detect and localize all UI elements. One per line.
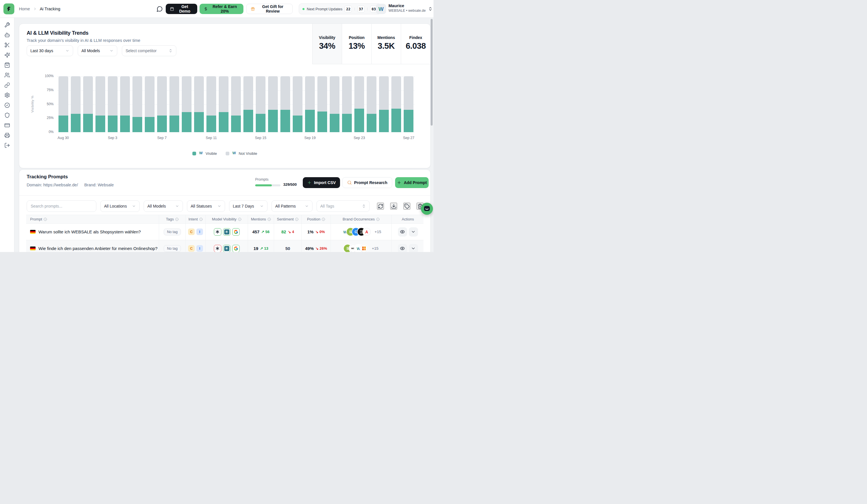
info-icon — [199, 217, 203, 221]
competitor-select[interactable]: Select competitor — [122, 45, 176, 56]
gift-icon — [251, 7, 255, 11]
google-model-chip[interactable] — [232, 245, 240, 252]
sidebar-item-log-out[interactable] — [4, 142, 10, 148]
sentiment-cell: 82↘︎ 4 — [274, 224, 301, 240]
intercom-launcher[interactable] — [421, 203, 433, 215]
view-button[interactable] — [398, 244, 407, 252]
prompt-cell[interactable]: Wie finde ich den passenden Anbieter für… — [26, 240, 159, 252]
bar-visible-segment — [157, 116, 167, 132]
filter-all-patterns[interactable]: All Patterns — [271, 200, 312, 212]
sidebar-item-bot[interactable] — [4, 32, 10, 38]
tag-button[interactable] — [403, 203, 410, 210]
tag-chip[interactable]: No tag — [164, 228, 181, 235]
column-header-actions: Actions — [392, 215, 424, 223]
chart-bar-slot — [119, 76, 131, 132]
sidebar-item-scissors[interactable] — [4, 42, 10, 48]
prompts-card-subtitle: Domain: https://websale.de/ Brand: Websa… — [27, 183, 114, 187]
info-icon — [376, 217, 379, 221]
sentiment-delta: ↘︎ 4 — [288, 230, 294, 234]
perplexity-model-chip[interactable] — [223, 245, 231, 252]
bar-not-visible-segment — [244, 76, 253, 110]
filter-all-models[interactable]: All Models — [144, 200, 183, 212]
sidebar-item-sparkles[interactable] — [4, 52, 10, 58]
view-button[interactable] — [398, 227, 407, 237]
sidebar-item-shield[interactable] — [4, 112, 10, 118]
bar-visible-segment — [83, 114, 93, 132]
bar-visible-segment — [280, 110, 290, 132]
breadcrumb-home[interactable]: Home — [19, 7, 30, 11]
sidebar-item-badge-check[interactable] — [4, 103, 10, 108]
openai-icon — [215, 246, 220, 250]
y-tick-label: 50% — [39, 102, 54, 106]
intent-badge-i: I — [196, 228, 203, 235]
bar-visible-segment — [231, 116, 241, 132]
chart-bar-slot — [230, 76, 242, 132]
chevron-down-icon — [305, 204, 309, 208]
refer-earn-button[interactable]: Refer & Earn 20% — [200, 4, 244, 14]
chevron-down-icon — [217, 204, 221, 208]
brand-occurrences-cell: WSCme gaA+15 — [331, 224, 392, 240]
bar-not-visible-segment — [354, 76, 364, 109]
google-model-chip[interactable] — [232, 228, 240, 236]
prompt-research-button[interactable]: Prompt Research — [342, 177, 392, 188]
chevron-down-icon — [65, 49, 69, 53]
sidebar-item-wrench[interactable] — [4, 22, 10, 28]
bar-not-visible-segment — [293, 76, 302, 116]
date-range-select[interactable]: Last 30 days — [27, 45, 73, 56]
sidebar-item-settings[interactable] — [4, 92, 10, 98]
expand-row-button[interactable] — [409, 244, 418, 252]
sidebar-item-printer[interactable] — [4, 132, 10, 138]
sidebar-item-credit-card[interactable] — [4, 122, 10, 128]
add-prompt-button[interactable]: Add Prompt — [395, 177, 429, 188]
prompt-cell[interactable]: Warum sollte ich WEBSALE als Shopsystem … — [26, 224, 159, 240]
x-tick-label: Aug 30 — [58, 136, 69, 140]
get-demo-button[interactable]: Get Demo — [166, 4, 197, 14]
stat-findex[interactable]: Findex6.038 — [401, 24, 430, 64]
sidebar-item-users[interactable] — [4, 72, 10, 78]
stat-visibility[interactable]: Visibility34% — [312, 24, 342, 64]
perplexity-model-chip[interactable] — [223, 228, 231, 236]
chart-bar — [330, 76, 340, 132]
stat-position[interactable]: Position13% — [342, 24, 371, 64]
import-csv-button[interactable]: Import CSV — [303, 177, 340, 188]
user-menu[interactable]: Maurice WEBSALE • websale.de — [388, 3, 427, 13]
position-delta: ↘︎ 0% — [315, 230, 325, 234]
flag-germany-icon — [30, 230, 35, 234]
filter-all-statuses[interactable]: All Statuses — [187, 200, 225, 212]
table-toolbar — [377, 203, 424, 210]
chevrons-up-down-icon[interactable] — [428, 7, 433, 11]
search-prompts-input[interactable]: Search prompts... — [27, 200, 96, 212]
sentiment-cell: 50 — [274, 240, 301, 252]
refresh-cw-button[interactable] — [377, 203, 384, 210]
timer-colon: : — [354, 7, 355, 11]
chat-bubble-icon[interactable] — [157, 6, 163, 12]
brand-stack: SWIXW — [344, 245, 368, 252]
filter-all-tags[interactable]: All Tags — [317, 200, 370, 212]
get-gift-button[interactable]: Get Gift for Review — [246, 4, 293, 14]
column-label: Intent — [189, 217, 198, 221]
sidebar-item-shopping-bag[interactable] — [4, 62, 10, 68]
x-tick-label: Sep 19 — [304, 136, 316, 140]
stats-row: Visibility34%Position13%Mentions3.5KFind… — [312, 24, 430, 64]
expand-row-button[interactable] — [409, 227, 418, 237]
column-label: Model Visibility — [212, 217, 237, 221]
models-select[interactable]: All Models — [78, 45, 117, 56]
app-logo[interactable] — [3, 3, 14, 14]
filter-last-7-days[interactable]: Last 7 Days — [229, 200, 268, 212]
timer-hours: 22 — [345, 6, 352, 13]
avatar[interactable]: W — [376, 4, 386, 14]
openai-model-chip[interactable] — [214, 228, 221, 236]
tag-chip[interactable]: No tag — [164, 245, 181, 252]
bar-not-visible-segment — [342, 76, 352, 114]
scrollbar[interactable] — [431, 19, 433, 126]
filter-all-locations[interactable]: All Locations — [100, 200, 140, 212]
openai-model-chip[interactable] — [214, 245, 221, 252]
bar-visible-segment — [342, 114, 352, 132]
download-button[interactable] — [390, 203, 397, 210]
chart-bar — [305, 76, 315, 132]
chart-bar — [268, 76, 278, 132]
bar-not-visible-segment — [404, 76, 414, 110]
stat-mentions[interactable]: Mentions3.5K — [371, 24, 401, 64]
sidebar-item-link[interactable] — [4, 82, 10, 88]
prompt-text: Warum sollte ich WEBSALE als Shopsystem … — [39, 229, 141, 234]
